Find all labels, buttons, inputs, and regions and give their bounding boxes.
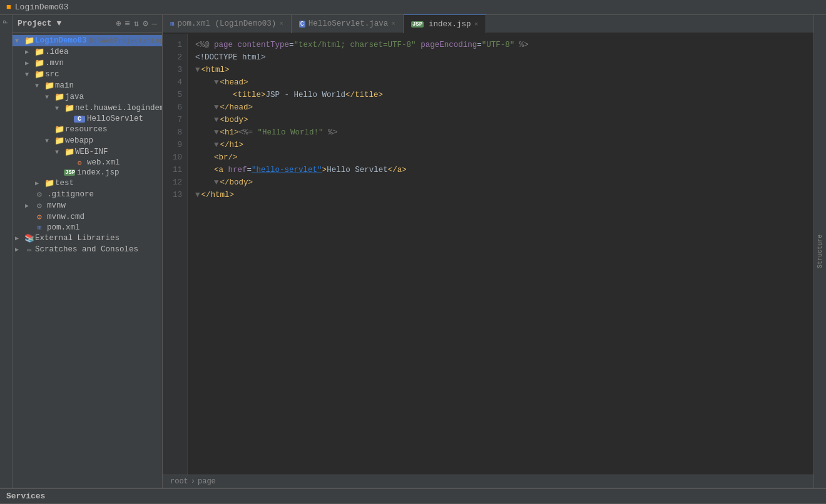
project-header: Project ▼ ⊕ ≡ ⇅ ⚙ — (13, 15, 162, 33)
breadcrumb-page: page (198, 477, 216, 486)
minimize-icon[interactable]: — (152, 19, 157, 29)
tree-item-helloservlet[interactable]: C HelloServlet (13, 114, 162, 124)
app-title: LoginDemo03 (15, 3, 69, 12)
tree-item-webinf[interactable]: ▼ 📁 WEB-INF (13, 146, 162, 158)
tree-item-main[interactable]: ▼ 📁 main (13, 80, 162, 91)
pkg-label: net.huawei.logindemo03 (75, 104, 162, 113)
expand-all-icon[interactable]: ≡ (125, 19, 130, 29)
tab-pom[interactable]: m pom.xml (LoginDemo03) × (163, 14, 292, 33)
project-strip-tab[interactable]: P (1, 18, 11, 26)
code-line-11: <a href="hello-servlet">Hello Servlet</a… (195, 164, 806, 176)
helloservlet-tab-close[interactable]: × (391, 20, 395, 28)
right-strip: Structure (813, 15, 826, 488)
helloservlet-icon: C (74, 116, 85, 123)
tree-item-resources[interactable]: 📁 resources (13, 124, 162, 135)
collapse-icon[interactable]: ⇅ (134, 18, 139, 29)
tree-item-webxml[interactable]: ⚙ web.xml (13, 158, 162, 168)
helloservlet-label: HelloServlet (87, 114, 143, 123)
breadcrumb-root: root (170, 477, 188, 486)
tree-item-root[interactable]: ▼ 📁 LoginDemo03 D:\WebProjects\LoginDemo… (13, 35, 162, 46)
mvnw-icon: ⚙ (34, 201, 45, 211)
tree-item-test[interactable]: ▶ 📁 test (13, 178, 162, 189)
project-panel: Project ▼ ⊕ ≡ ⇅ ⚙ — ▼ 📁 LoginDemo03 D:\W… (13, 15, 163, 488)
idea-label: .idea (45, 48, 69, 56)
src-label: src (45, 70, 59, 79)
mvnwcmd-label: mvnw.cmd (47, 213, 84, 221)
indexjsp-tab-icon: JSP (411, 21, 424, 28)
services-title: Services (6, 491, 45, 501)
tree-item-java[interactable]: ▼ 📁 java (13, 91, 162, 103)
left-panel-strip: P (0, 15, 13, 488)
arrow-mvn: ▶ (25, 59, 34, 67)
pom-tab-label: pom.xml (LoginDemo03) (178, 19, 277, 28)
tree-item-mvnwcmd[interactable]: ⚙ mvnw.cmd (13, 211, 162, 223)
titlebar: ■ LoginDemo03 (0, 0, 826, 15)
project-tree: ▼ 📁 LoginDemo03 D:\WebProjects\LoginDemo… (13, 33, 162, 488)
indexjsp-tab-close[interactable]: × (474, 21, 479, 28)
arrow-src: ▼ (25, 71, 34, 78)
tab-bar: m pom.xml (LoginDemo03) × C HelloServlet… (163, 15, 813, 34)
tree-item-webapp[interactable]: ▼ 📁 webapp (13, 135, 162, 146)
webapp-label: webapp (65, 136, 93, 145)
tree-item-indexjsp[interactable]: JSP index.jsp (13, 168, 162, 178)
pom-tab-icon: m (170, 20, 175, 28)
tree-item-gitignore[interactable]: ⚙ .gitignore (13, 189, 162, 200)
tab-helloservlet[interactable]: C HelloServlet.java × (292, 14, 404, 33)
root-path: D:\WebProjects\LoginDemo0 (89, 37, 162, 44)
tree-item-pkg[interactable]: ▼ 📁 net.huawei.logindemo03 (13, 103, 162, 114)
code-line-3: ▼<html> (195, 64, 806, 76)
java-label: java (65, 93, 84, 101)
arrow-scratches: ▶ (15, 246, 24, 253)
tree-item-scratches[interactable]: ▶ ✏ Scratches and Consoles (13, 244, 162, 255)
main-layout: P Project ▼ ⊕ ≡ ⇅ ⚙ — ▼ 📁 LoginDemo03 D:… (0, 15, 826, 488)
scratches-icon: ✏ (24, 244, 35, 255)
code-line-5: <title>JSP - Hello World</title> (195, 89, 806, 101)
arrow-test: ▶ (35, 179, 44, 187)
java-folder-icon: 📁 (54, 92, 65, 102)
code-line-4: ▼<head> (195, 76, 806, 89)
pomxml-icon: m (34, 224, 45, 231)
services-panel: Services ▶ ⇄ ⬛ ⊞ ⊟ 📌 + ▼ 🐱 Tomcat Server (0, 488, 826, 504)
resources-label: resources (65, 125, 108, 134)
root-folder-icon: 📁 (24, 36, 35, 46)
code-editor[interactable]: 1 2 3 4 5 6 7 8 9 10 11 12 13 <%@ page c… (163, 34, 813, 475)
pom-tab-close[interactable]: × (279, 20, 283, 28)
src-folder-icon: 📁 (34, 69, 45, 79)
code-line-12: ▼</body> (195, 176, 806, 189)
tree-item-pomxml[interactable]: m pom.xml (13, 223, 162, 233)
code-line-6: ▼</head> (195, 101, 806, 114)
webinf-label: WEB-INF (75, 148, 108, 156)
code-line-1: <%@ page contentType="text/html; charset… (195, 39, 806, 51)
gitignore-label: .gitignore (47, 190, 94, 199)
tree-item-mvnw[interactable]: ▶ ⚙ mvnw (13, 200, 162, 211)
tree-item-extlibs[interactable]: ▶ 📚 External Libraries (13, 233, 162, 244)
indexjsp-icon: JSP (64, 169, 75, 176)
code-line-7: ▼<body> (195, 114, 806, 126)
main-label: main (55, 81, 74, 90)
mvnw-label: mvnw (47, 201, 66, 210)
settings-icon[interactable]: ⚙ (143, 18, 148, 29)
project-title: Project ▼ (18, 19, 112, 28)
indexjsp-tab-label: index.jsp (429, 20, 471, 29)
helloservlet-tab-label: HelloServlet.java (308, 19, 389, 28)
arrow-webinf: ▼ (55, 149, 64, 156)
webxml-icon: ⚙ (74, 159, 85, 167)
structure-tab[interactable]: Structure (817, 234, 823, 268)
arrow-extlibs: ▶ (15, 234, 24, 242)
breadcrumb-sep: › (191, 477, 195, 486)
indexjsp-label: index.jsp (77, 168, 120, 177)
arrow-webapp: ▼ (45, 138, 54, 144)
code-line-10: <br/> (195, 151, 806, 164)
add-module-icon[interactable]: ⊕ (116, 18, 121, 29)
tree-item-src[interactable]: ▼ 📁 src (13, 69, 162, 80)
app-icon: ■ (6, 3, 11, 12)
tab-indexjsp[interactable]: JSP index.jsp × (404, 14, 486, 33)
resources-folder-icon: 📁 (54, 124, 65, 134)
tree-item-mvn[interactable]: ▶ 📁 .mvn (13, 58, 162, 69)
scratches-label: Scratches and Consoles (35, 245, 138, 254)
webinf-folder-icon: 📁 (64, 147, 75, 157)
arrow-root: ▼ (15, 38, 24, 44)
tree-item-idea[interactable]: ▶ 📁 .idea (13, 46, 162, 58)
test-folder-icon: 📁 (44, 178, 55, 188)
line-numbers: 1 2 3 4 5 6 7 8 9 10 11 12 13 (163, 34, 188, 475)
